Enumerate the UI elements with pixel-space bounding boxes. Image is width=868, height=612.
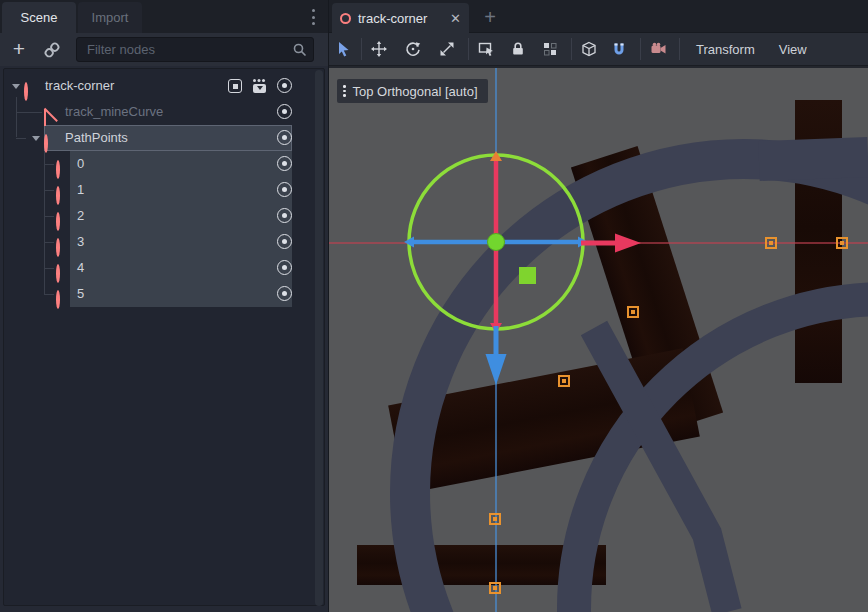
view-kebab-icon (343, 85, 346, 97)
tree-item-3[interactable]: 3 (4, 229, 316, 255)
node-label: 1 (77, 177, 84, 203)
scene-dock-tabbar: Scene Import (0, 0, 328, 33)
search-icon (292, 42, 308, 61)
preview-camera-icon[interactable] (645, 37, 671, 61)
node-label: 3 (77, 229, 84, 255)
scene-tabbar: track-corner ✕ + (329, 0, 868, 33)
main-editor: track-corner ✕ + (329, 0, 868, 612)
tree-item-2[interactable]: 2 (4, 203, 316, 229)
group-selected-icon[interactable] (537, 37, 563, 61)
snap-magnet-icon[interactable] (606, 37, 632, 61)
add-node-button[interactable]: + (6, 36, 32, 62)
instance-scene-icon[interactable] (42, 40, 62, 60)
list-select-icon[interactable] (473, 37, 499, 61)
transform-menu[interactable]: Transform (684, 42, 767, 57)
visibility-eye-icon[interactable] (277, 234, 292, 249)
path-point-marker-0[interactable] (836, 237, 848, 249)
chevron-spacer (28, 104, 44, 120)
close-icon[interactable]: ✕ (450, 11, 461, 26)
local-space-cube-icon[interactable] (576, 37, 602, 61)
viewport-scene (329, 68, 868, 612)
gizmo-xz-plane-handle[interactable] (519, 267, 536, 284)
visibility-eye-icon[interactable] (277, 156, 292, 171)
view-menu-label[interactable]: Top Orthogonal [auto] (337, 79, 488, 103)
visibility-eye-icon[interactable] (277, 78, 292, 93)
view-label-text: Top Orthogonal [auto] (353, 84, 478, 99)
godot-editor-window: Scene Import + (0, 0, 868, 612)
path-point-marker-4[interactable] (489, 513, 501, 525)
tab-import[interactable]: Import (78, 2, 142, 33)
filter-nodes-field[interactable] (76, 37, 314, 62)
node-label: PathPoints (65, 125, 128, 151)
spatial-node-icon (340, 13, 351, 24)
visibility-eye-icon[interactable] (277, 260, 292, 275)
visibility-eye-icon[interactable] (277, 182, 292, 197)
spatial-node-icon (56, 209, 70, 223)
new-scene-tab-button[interactable]: + (477, 4, 503, 30)
select-tool-icon[interactable] (331, 37, 357, 61)
tab-scene[interactable]: Scene (2, 2, 76, 33)
spatial-node-icon (56, 183, 70, 197)
square-dot-badge-icon[interactable] (228, 79, 242, 93)
node-label: track_mineCurve (65, 99, 163, 125)
gizmo-origin-dot[interactable] (488, 234, 505, 251)
tree-item-0[interactable]: 0 (4, 151, 316, 177)
chevron-down-icon[interactable] (8, 78, 24, 94)
scale-tool-icon[interactable] (434, 37, 460, 61)
view-menu[interactable]: View (767, 42, 819, 57)
visibility-eye-icon[interactable] (277, 208, 292, 223)
scene-tab-label: track-corner (358, 11, 427, 26)
node-label: 4 (77, 255, 84, 281)
spatial-toolbar: Transform View (329, 33, 868, 66)
visibility-eye-icon[interactable] (277, 286, 292, 301)
path-point-marker-3[interactable] (558, 375, 570, 387)
path-curve-node-icon (44, 105, 58, 119)
tree-item-1[interactable]: 1 (4, 177, 316, 203)
lock-icon[interactable] (505, 37, 531, 61)
spatial-node-icon (56, 235, 70, 249)
spatial-node-icon (44, 131, 58, 145)
tree-item-track-corner[interactable]: track-corner (4, 73, 316, 99)
spatial-node-icon (56, 157, 70, 171)
scene-dock-menu-icon[interactable] (308, 9, 318, 25)
scene-tree-scrollbar[interactable] (315, 70, 323, 606)
filter-nodes-input[interactable] (85, 39, 285, 60)
visibility-eye-icon[interactable] (277, 130, 292, 145)
spatial-node-icon (24, 79, 38, 93)
node-label: 0 (77, 151, 84, 177)
path-point-marker-1[interactable] (765, 237, 777, 249)
scene-tab-track-corner[interactable]: track-corner ✕ (332, 3, 469, 33)
rotate-tool-icon[interactable] (400, 37, 426, 61)
spatial-node-icon (56, 261, 70, 275)
tree-item-4[interactable]: 4 (4, 255, 316, 281)
node-label: track-corner (45, 73, 114, 99)
viewport-3d[interactable]: Top Orthogonal [auto] (329, 66, 868, 612)
path-point-marker-2[interactable] (627, 306, 639, 318)
clapperboard-icon[interactable] (252, 78, 267, 93)
chevron-down-icon[interactable] (28, 130, 44, 146)
gizmo-z-arrow[interactable] (486, 326, 507, 385)
visibility-eye-icon[interactable] (277, 104, 292, 119)
node-label: 5 (77, 281, 84, 307)
path-point-marker-5[interactable] (489, 582, 501, 594)
tree-item-PathPoints[interactable]: PathPoints (4, 125, 316, 151)
spatial-node-icon (56, 287, 70, 301)
scene-dock: Scene Import + (0, 0, 328, 612)
scene-tree: track-cornertrack_mineCurvePathPoints012… (3, 68, 325, 606)
node-label: 2 (77, 203, 84, 229)
tree-item-5[interactable]: 5 (4, 281, 316, 307)
move-tool-icon[interactable] (366, 37, 392, 61)
tree-item-track_mineCurve[interactable]: track_mineCurve (4, 99, 316, 125)
